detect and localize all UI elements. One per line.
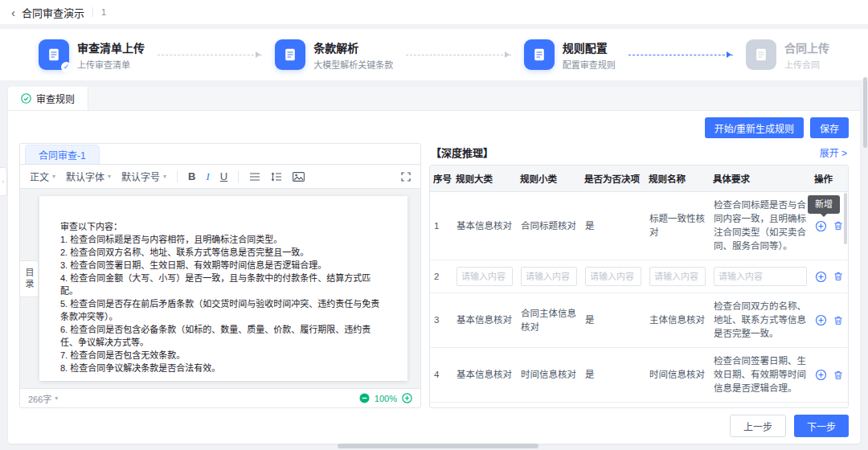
stepper-step-4[interactable]: 合同上传上传合同 (746, 39, 829, 71)
bold-icon[interactable]: B (188, 170, 195, 182)
fullscreen-icon[interactable] (401, 172, 411, 182)
step-document-icon: ✓ (39, 39, 69, 70)
rule-row: 2 (430, 260, 848, 293)
action-row: 开始/重新生成规则 保存 (8, 111, 860, 143)
save-button[interactable]: 保存 (810, 117, 849, 138)
circle-check-icon (21, 93, 31, 104)
rules-col-header: 规则名称 (645, 166, 710, 192)
step-title: 规则配置 (563, 39, 616, 55)
rule-cell: 金额核对 (517, 403, 581, 409)
rule-input[interactable] (714, 267, 807, 286)
step-desc: 配置审查规则 (563, 58, 616, 71)
delete-rule-icon[interactable] (833, 370, 844, 381)
delete-rule-icon[interactable] (833, 220, 844, 231)
italic-icon[interactable]: I (206, 170, 209, 183)
doc-line: 3. 检查合同签署日期、生效日期、有效期等时间信息是否逻辑合理。 (60, 259, 387, 272)
outline-toggle[interactable]: 目录 (20, 260, 39, 297)
step-document-icon (275, 39, 305, 70)
stepper-step-3[interactable]: 规则配置配置审查规则 (524, 39, 616, 71)
doc-line: 审查以下内容： (60, 220, 387, 233)
add-rule-icon[interactable] (815, 369, 827, 381)
delete-rule-icon[interactable] (833, 271, 844, 282)
line-spacing-icon[interactable] (271, 172, 282, 182)
stepper-step-1[interactable]: ✓审查清单上传上传审查清单 (39, 39, 145, 71)
add-rule-icon[interactable] (815, 314, 827, 326)
rule-input[interactable] (649, 267, 706, 286)
rules-tab-bar: 审查规则 (8, 87, 860, 111)
tab-review-rules[interactable]: 审查规则 (8, 87, 88, 110)
doc-line: 6. 检查合同是否包含必备条款（如标的、数量、质量、价款、履行期限、违约责任、争… (60, 323, 387, 349)
rule-input[interactable] (585, 267, 641, 286)
rule-cell: 检查合同签署日期、生效日期、有效期等时间信息是否逻辑合理。 (710, 348, 811, 403)
rule-cell (710, 260, 811, 293)
previous-step-button[interactable]: 上一步 (730, 415, 786, 437)
document-editor-panel: 合同审查-1 正文 ▾ 默认字体 ▾ 默认字号 ▾ (19, 143, 421, 408)
check-badge-icon: ✓ (61, 62, 72, 72)
main-card: 审查规则 开始/重新生成规则 保存 合同审查-1 正文 ▾ 默认字体 (8, 87, 860, 444)
rule-cell: 检查合同标题是否与合同内容一致，且明确标注合同类型（如买卖合同、服务合同等）。 (710, 192, 811, 260)
toolbar-separator (177, 171, 178, 182)
font-size-select[interactable]: 默认字号 ▾ (121, 170, 166, 183)
rule-cell: 基本信息核对 (452, 293, 517, 348)
rule-cell (811, 260, 848, 293)
chevron-left-icon: ‹ (2, 178, 5, 186)
add-rule-icon[interactable] (815, 271, 827, 283)
rule-cell: 是 (581, 192, 645, 260)
rule-cell (452, 260, 517, 293)
delete-rule-icon[interactable] (833, 315, 844, 326)
rules-table: 序号规则大类规则小类是否为否决项规则名称具体要求操作 1基本信息核对合同标题核对… (430, 166, 848, 408)
rule-cell: 是 (581, 348, 645, 403)
rules-table-container: 序号规则大类规则小类是否为否决项规则名称具体要求操作 1基本信息核对合同标题核对… (429, 165, 849, 408)
editor-tab-contract-review-1[interactable]: 合同审查-1 (25, 145, 100, 164)
table-scrollbar[interactable] (844, 193, 847, 244)
doc-line: 2. 检查合同双方名称、地址、联系方式等信息是否完整且一致。 (60, 246, 387, 259)
add-tooltip: 新增 (808, 195, 840, 214)
font-family-select[interactable]: 默认字体 ▾ (66, 170, 111, 183)
page-scrollbar-horizontal[interactable] (338, 444, 538, 448)
add-rule-icon[interactable] (815, 220, 827, 232)
stepper-step-2[interactable]: 条款解析大模型解析关键条款 (275, 39, 393, 71)
rule-cell: 合同标题核对 (517, 192, 581, 260)
rule-row: 4基本信息核对时间信息核对是时间信息核对检查合同签署日期、生效日期、有效期等时间… (430, 348, 848, 403)
rule-cell: 条款内容审查 (452, 403, 517, 409)
rule-row: 3基本信息核对合同主体信息核对是主体信息核对检查合同双方的名称、地址、联系方式等… (430, 293, 848, 348)
next-step-button[interactable]: 下一步 (794, 415, 849, 437)
page-scrollbar-vertical[interactable] (863, 77, 867, 148)
align-justify-icon[interactable] (249, 172, 260, 182)
content-area: 合同审查-1 正文 ▾ 默认字体 ▾ 默认字号 ▾ (8, 143, 860, 408)
paragraph-style-select[interactable]: 正文 ▾ (30, 170, 55, 183)
step-document-icon (746, 39, 776, 70)
rule-cell: 5 (430, 403, 452, 409)
step-desc: 上传审查清单 (77, 58, 145, 71)
rule-cell (811, 403, 848, 409)
collapse-panel-handle[interactable]: ‹ (0, 167, 7, 196)
rule-input[interactable] (521, 267, 577, 286)
back-icon[interactable]: ‹ (11, 6, 15, 18)
page-title: 合同审查演示 (22, 5, 84, 20)
word-count[interactable]: 266字 ▾ (28, 392, 58, 405)
rule-row: 5条款内容审查金额核对是金额一致性核对检查合同金额（大写、小写）是否一致，且与条… (430, 403, 848, 409)
rule-cell: 合同主体信息核对 (517, 293, 581, 348)
step-document-icon (524, 39, 555, 70)
zoom-out-icon[interactable] (359, 393, 370, 403)
font-family-value: 默认字体 (66, 170, 104, 183)
document-page[interactable]: 审查以下内容：1. 检查合同标题是否与内容相符，且明确标注合同类型。2. 检查合… (39, 196, 407, 381)
rule-cell (811, 348, 848, 403)
rules-panel-title: 【深度推理】 (431, 145, 493, 160)
chevron-down-icon: ▾ (108, 173, 111, 180)
rule-cell: 3 (430, 293, 452, 348)
toolbar-separator (238, 171, 239, 182)
underline-icon[interactable]: U (220, 170, 227, 182)
doc-content: 审查以下内容：1. 检查合同标题是否与内容相符，且明确标注合同类型。2. 检查合… (60, 220, 387, 374)
editor-tab-bar: 合同审查-1 (20, 144, 420, 165)
rules-col-header: 规则大类 (452, 166, 517, 192)
generate-rules-button[interactable]: 开始/重新生成规则 (705, 117, 804, 138)
expand-link[interactable]: 展开 > (820, 145, 847, 159)
rule-input[interactable] (457, 267, 513, 286)
rule-cell: 2 (430, 260, 452, 293)
insert-image-icon[interactable] (293, 172, 305, 182)
zoom-in-icon[interactable] (402, 393, 412, 403)
rule-cell (517, 260, 581, 293)
app-window: ‹ 合同审查演示 1 ✓审查清单上传上传审查清单条款解析大模型解析关键条款规则配… (0, 0, 868, 450)
editor-footer: 266字 ▾ 100% (20, 388, 420, 407)
